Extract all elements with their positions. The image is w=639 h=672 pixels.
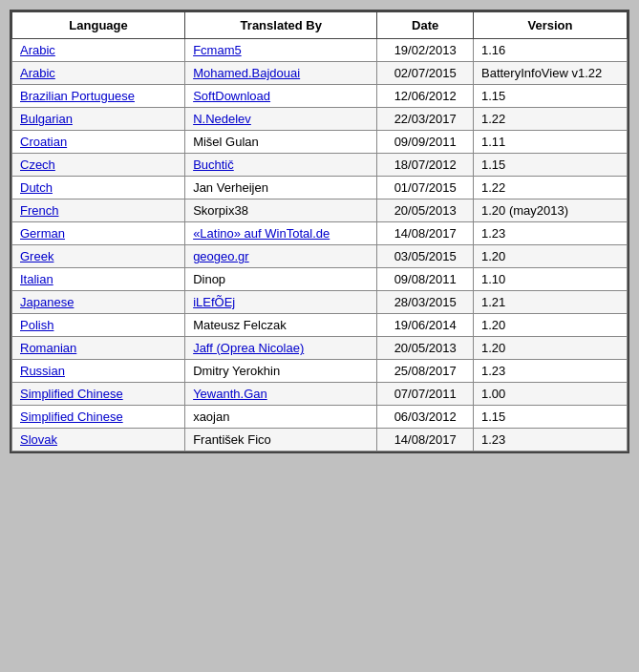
translator-link[interactable]: Mohamed.Bajdouai — [193, 66, 300, 80]
translator-cell: geogeo.gr — [185, 245, 377, 268]
table-row: CzechBuchtič18/07/20121.15 — [12, 154, 628, 177]
language-link[interactable]: German — [20, 226, 65, 241]
language-cell: Arabic — [12, 39, 185, 62]
translator-cell: Jan Verheijen — [185, 177, 377, 200]
language-link[interactable]: Brazilian Portuguese — [20, 89, 135, 103]
language-cell: Brazilian Portuguese — [12, 85, 185, 108]
table-row: Simplified ChineseYewanth.Gan07/07/20111… — [12, 383, 628, 406]
language-link[interactable]: Slovak — [20, 432, 57, 447]
language-cell: Arabic — [12, 62, 185, 85]
translator-link[interactable]: SoftDownload — [193, 89, 270, 103]
date-cell: 20/05/2013 — [377, 337, 474, 360]
table-row: ArabicMohamed.Bajdouai02/07/2015BatteryI… — [12, 62, 628, 85]
table-row: CroatianMišel Gulan09/09/20111.11 — [12, 131, 628, 154]
table-row: JapaneseiLEfÕEj28/03/20151.21 — [12, 291, 628, 314]
date-cell: 03/05/2015 — [377, 245, 474, 268]
language-link[interactable]: Japanese — [20, 295, 74, 309]
date-cell: 20/05/2013 — [377, 200, 474, 222]
date-cell: 09/08/2011 — [377, 268, 474, 291]
version-cell: 1.15 — [474, 406, 628, 429]
version-cell: 1.11 — [474, 131, 628, 154]
date-cell: 14/08/2017 — [377, 429, 474, 452]
language-link[interactable]: Dutch — [20, 180, 53, 195]
table-row: German«Latino» auf WinTotal.de14/08/2017… — [12, 222, 628, 245]
version-cell: 1.21 — [474, 291, 628, 314]
date-cell: 06/03/2012 — [377, 406, 474, 429]
language-link[interactable]: Czech — [20, 158, 55, 172]
table-row: SlovakFrantišek Fico14/08/20171.23 — [12, 429, 628, 452]
translator-link[interactable]: Jaff (Oprea Nicolae) — [193, 341, 304, 355]
language-cell: Simplified Chinese — [12, 406, 185, 429]
version-cell: 1.10 — [474, 268, 628, 291]
language-link[interactable]: Polish — [20, 318, 53, 332]
language-link[interactable]: French — [20, 203, 58, 218]
translator-cell: «Latino» auf WinTotal.de — [185, 222, 377, 245]
translator-cell: Fcmam5 — [185, 39, 377, 62]
language-link[interactable]: Simplified Chinese — [20, 410, 123, 424]
version-cell: 1.22 — [474, 177, 628, 200]
language-cell: Simplified Chinese — [12, 383, 185, 406]
language-link[interactable]: Simplified Chinese — [20, 387, 123, 401]
translator-cell: iLEfÕEj — [185, 291, 377, 314]
translator-link[interactable]: Buchtič — [193, 158, 234, 172]
table-header-row: Language Translated By Date Version — [12, 12, 628, 39]
header-language: Language — [12, 12, 185, 39]
language-link[interactable]: Arabic — [20, 43, 55, 57]
date-cell: 25/08/2017 — [377, 360, 474, 383]
table-row: BulgarianN.Nedelev22/03/20171.22 — [12, 108, 628, 131]
translator-link[interactable]: «Latino» auf WinTotal.de — [193, 226, 330, 241]
version-cell: 1.20 — [474, 245, 628, 268]
translator-link[interactable]: Yewanth.Gan — [193, 387, 267, 401]
language-cell: Italian — [12, 268, 185, 291]
language-cell: German — [12, 222, 185, 245]
table-row: FrenchSkorpix3820/05/20131.20 (may2013) — [12, 200, 628, 222]
translator-cell: xaojan — [185, 406, 377, 429]
version-cell: 1.22 — [474, 108, 628, 131]
language-cell: Romanian — [12, 337, 185, 360]
translator-link[interactable]: N.Nedelev — [193, 112, 251, 126]
language-link[interactable]: Bulgarian — [20, 112, 73, 126]
version-cell: 1.00 — [474, 383, 628, 406]
translations-table: Language Translated By Date Version Arab… — [11, 11, 628, 452]
translator-cell: Buchtič — [185, 154, 377, 177]
table-row: ItalianDinop09/08/20111.10 — [12, 268, 628, 291]
date-cell: 28/03/2015 — [377, 291, 474, 314]
main-window: Language Translated By Date Version Arab… — [10, 10, 629, 453]
version-cell: 1.20 (may2013) — [474, 200, 628, 222]
translator-cell: Dinop — [185, 268, 377, 291]
translator-cell: Dmitry Yerokhin — [185, 360, 377, 383]
version-cell: 1.23 — [474, 360, 628, 383]
language-link[interactable]: Arabic — [20, 66, 55, 80]
table-row: Greekgeogeo.gr03/05/20151.20 — [12, 245, 628, 268]
language-cell: Polish — [12, 314, 185, 337]
date-cell: 12/06/2012 — [377, 85, 474, 108]
language-cell: Slovak — [12, 429, 185, 452]
language-link[interactable]: Russian — [20, 364, 65, 378]
translator-link[interactable]: geogeo.gr — [193, 249, 249, 263]
translator-link[interactable]: iLEfÕEj — [193, 295, 235, 309]
translator-cell: Mateusz Felczak — [185, 314, 377, 337]
version-cell: 1.15 — [474, 85, 628, 108]
translator-cell: Mohamed.Bajdouai — [185, 62, 377, 85]
table-row: RomanianJaff (Oprea Nicolae)20/05/20131.… — [12, 337, 628, 360]
translator-cell: SoftDownload — [185, 85, 377, 108]
translator-cell: Jaff (Oprea Nicolae) — [185, 337, 377, 360]
language-link[interactable]: Greek — [20, 249, 53, 263]
language-link[interactable]: Italian — [20, 272, 53, 286]
date-cell: 19/02/2013 — [377, 39, 474, 62]
table-row: RussianDmitry Yerokhin25/08/20171.23 — [12, 360, 628, 383]
translator-link[interactable]: Fcmam5 — [193, 43, 242, 57]
language-link[interactable]: Croatian — [20, 135, 67, 149]
version-cell: 1.20 — [474, 314, 628, 337]
version-cell: 1.20 — [474, 337, 628, 360]
language-cell: Russian — [12, 360, 185, 383]
table-row: ArabicFcmam519/02/20131.16 — [12, 39, 628, 62]
translator-cell: Skorpix38 — [185, 200, 377, 222]
language-link[interactable]: Romanian — [20, 341, 76, 355]
header-date: Date — [377, 12, 474, 39]
language-cell: Japanese — [12, 291, 185, 314]
table-row: DutchJan Verheijen01/07/20151.22 — [12, 177, 628, 200]
date-cell: 18/07/2012 — [377, 154, 474, 177]
language-cell: Croatian — [12, 131, 185, 154]
table-row: PolishMateusz Felczak19/06/20141.20 — [12, 314, 628, 337]
